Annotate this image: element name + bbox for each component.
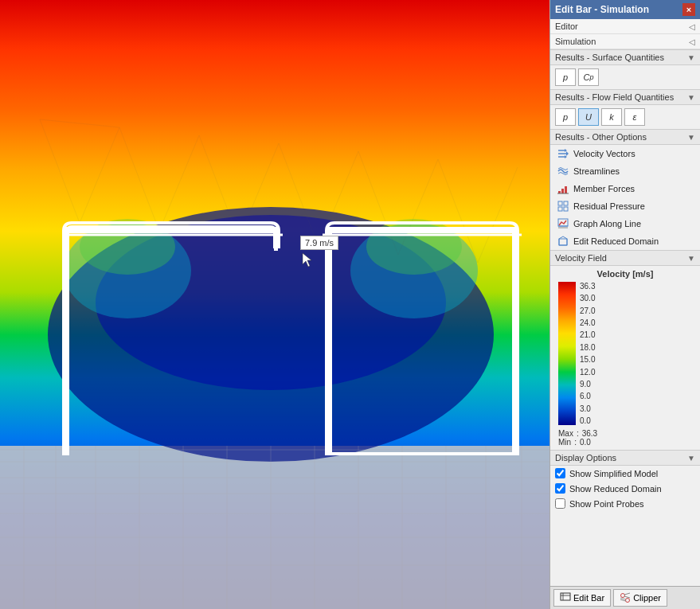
edit-bar-button[interactable]: Edit Bar — [553, 589, 611, 607]
cb-val-10: 3.0 — [580, 404, 595, 413]
menu-item-member-forces[interactable]: Member Forces — [550, 180, 700, 197]
menu-item-streamlines[interactable]: Streamlines — [550, 162, 700, 180]
bottom-toolbar: Edit Bar Clipper — [550, 586, 700, 609]
svg-line-73 — [624, 596, 630, 598]
checkbox-reduced-label: Show Reduced Domain — [569, 484, 662, 494]
svg-rect-1 — [0, 446, 549, 609]
surface-buttons: p Cp — [550, 65, 700, 89]
checkbox-row-simplified: Show Simplified Model — [550, 466, 700, 481]
colorbar-title: Velocity [m/s] — [597, 269, 654, 279]
svg-rect-44 — [328, 227, 515, 233]
svg-marker-53 — [565, 155, 567, 158]
svg-rect-60 — [558, 207, 562, 211]
flow-buttons: p U k ε — [550, 105, 700, 129]
svg-rect-65 — [559, 239, 567, 245]
checkbox-simplified-label: Show Simplified Model — [569, 469, 658, 478]
svg-rect-66 — [558, 282, 576, 425]
display-options-header[interactable]: Display Options ▼ — [550, 450, 700, 466]
edit-bar-icon — [560, 592, 571, 603]
display-options-section: Display Options ▼ Show Simplified Model … — [550, 450, 700, 511]
results-flow-label: Results - Flow Field Quantities — [555, 92, 674, 102]
simulation-row[interactable]: Simulation ◁ — [550, 34, 700, 49]
results-flow-chevron: ▼ — [687, 93, 695, 102]
cb-val-0: 36.3 — [580, 282, 595, 291]
streamlines-icon — [557, 165, 569, 178]
svg-rect-56 — [565, 186, 567, 193]
results-other-header[interactable]: Results - Other Options ▼ — [550, 129, 700, 145]
cb-val-11: 0.0 — [580, 416, 595, 425]
svg-rect-61 — [564, 207, 568, 211]
cb-val-6: 15.0 — [580, 355, 595, 364]
graph-along-line-icon — [557, 217, 569, 230]
svg-rect-67 — [561, 593, 570, 600]
flow-btn-u[interactable]: U — [578, 108, 599, 126]
menu-item-velocity-vectors[interactable]: Velocity Vectors — [550, 145, 700, 162]
flow-btn-epsilon[interactable]: ε — [624, 108, 645, 126]
flow-btn-p[interactable]: p — [555, 108, 576, 126]
checkbox-row-reduced: Show Reduced Domain — [550, 481, 700, 496]
cfd-visualization: 7.9 m/s — [0, 0, 549, 609]
colorbar-container: Velocity [m/s] — [550, 266, 700, 450]
checkbox-reduced[interactable] — [555, 483, 565, 494]
cb-val-8: 9.0 — [580, 380, 595, 388]
svg-point-70 — [621, 594, 625, 598]
editor-chevron: ◁ — [689, 22, 695, 31]
cb-val-2: 27.0 — [580, 306, 595, 315]
flow-btn-k[interactable]: k — [601, 108, 622, 126]
menu-item-graph-along-line[interactable]: Graph Along Line — [550, 215, 700, 232]
min-value: 0.0 — [580, 438, 591, 447]
residual-pressure-icon — [557, 200, 569, 213]
colorbar-gradient — [558, 282, 576, 425]
svg-rect-55 — [561, 189, 564, 193]
display-options-chevron: ▼ — [687, 454, 695, 463]
editor-row[interactable]: Editor ◁ — [550, 19, 700, 34]
edit-reduced-domain-icon — [557, 235, 569, 248]
edit-reduced-domain-label: Edit Reduced Domain — [573, 236, 659, 246]
checkbox-point-probes[interactable] — [555, 498, 565, 509]
checkbox-row-point-probes: Show Point Probes — [550, 496, 700, 511]
cb-val-1: 30.0 — [580, 294, 595, 303]
svg-marker-51 — [565, 149, 567, 152]
colorbar-inner: 36.3 30.0 27.0 24.0 21.0 18.0 15.0 12.0 … — [558, 282, 595, 425]
results-surface-header[interactable]: Results - Surface Quantities ▼ — [550, 49, 700, 65]
max-separator: : — [577, 429, 579, 438]
velocity-field-chevron: ▼ — [687, 254, 695, 263]
display-options-label: Display Options — [555, 453, 616, 463]
member-forces-label: Member Forces — [573, 184, 635, 193]
close-button[interactable]: × — [682, 3, 695, 16]
results-other-chevron: ▼ — [687, 133, 695, 142]
menu-item-edit-reduced-domain[interactable]: Edit Reduced Domain — [550, 232, 700, 250]
velocity-field-label: Velocity Field — [555, 253, 607, 263]
svg-rect-58 — [558, 201, 562, 205]
colorbar-labels: 36.3 30.0 27.0 24.0 21.0 18.0 15.0 12.0 … — [580, 282, 595, 425]
checkbox-simplified[interactable] — [555, 468, 565, 478]
menu-item-residual-pressure[interactable]: Residual Pressure — [550, 197, 700, 215]
surface-btn-p[interactable]: p — [555, 68, 576, 86]
simulation-label: Simulation — [555, 37, 596, 46]
member-forces-icon — [557, 182, 569, 195]
svg-rect-59 — [564, 201, 568, 205]
svg-point-71 — [626, 599, 630, 603]
residual-pressure-label: Residual Pressure — [573, 201, 645, 211]
checkbox-point-probes-label: Show Point Probes — [569, 499, 644, 509]
cb-val-9: 6.0 — [580, 392, 595, 400]
max-row: Max : 36.3 — [558, 429, 692, 438]
velocity-field-section: Velocity Field ▼ Velocity [m/s] — [550, 250, 700, 450]
main-container: 7.9 m/s Edit Bar - Simulation × Editor ◁… — [0, 0, 700, 609]
results-surface-chevron: ▼ — [687, 53, 695, 62]
clipper-icon — [620, 592, 631, 603]
colorbar-minmax: Max : 36.3 Min : 0.0 — [558, 429, 692, 447]
svg-line-74 — [620, 599, 626, 601]
cb-val-4: 21.0 — [580, 330, 595, 339]
clipper-button[interactable]: Clipper — [613, 589, 667, 607]
simulation-chevron: ◁ — [689, 37, 695, 46]
surface-btn-cp[interactable]: Cp — [578, 68, 599, 86]
cb-val-3: 24.0 — [580, 318, 595, 327]
min-label: Min — [558, 438, 571, 447]
edit-bar-label: Edit Bar — [573, 593, 604, 603]
results-flow-header[interactable]: Results - Flow Field Quantities ▼ — [550, 89, 700, 105]
max-value: 36.3 — [582, 429, 597, 438]
velocity-field-header[interactable]: Velocity Field ▼ — [550, 250, 700, 266]
svg-rect-45 — [328, 227, 332, 454]
velocity-vectors-label: Velocity Vectors — [573, 149, 635, 158]
